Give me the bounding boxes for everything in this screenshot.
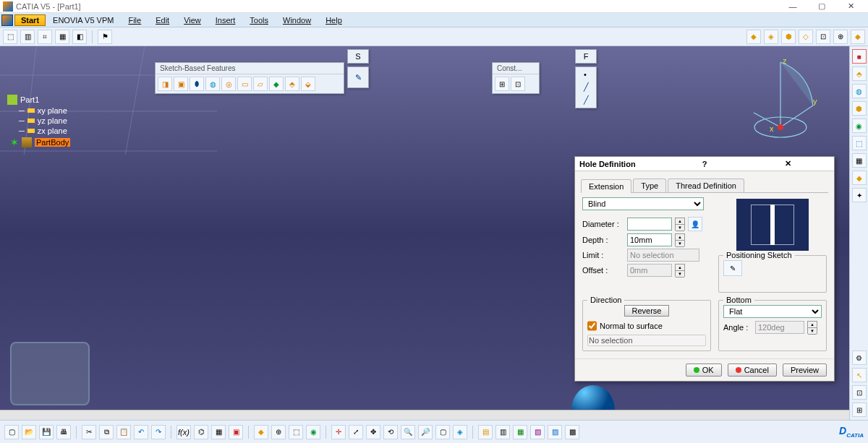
pocket-icon[interactable]: ▣ [174, 77, 188, 91]
gear-icon[interactable]: ⚙ [852, 350, 867, 365]
render-icon[interactable]: ▦ [513, 425, 527, 439]
normal-view-icon[interactable]: ▢ [435, 425, 450, 439]
3d-compass[interactable]: z y x [741, 55, 820, 142]
tree-plane[interactable]: ─ xy plane [7, 106, 70, 116]
cursor-icon[interactable]: ↖ [852, 368, 867, 382]
fx-icon[interactable]: f(x) [176, 425, 191, 439]
tool-icon[interactable]: ⬢ [852, 101, 867, 116]
solid-icon[interactable]: ⊕ [833, 30, 848, 44]
zoom-out-icon[interactable]: 🔎 [418, 425, 433, 439]
render-icon[interactable]: ▥ [495, 425, 510, 439]
tab-type[interactable]: Type [633, 179, 666, 192]
solid-icon[interactable]: ◈ [764, 30, 778, 44]
constraints-toolbar[interactable]: Const... ⊞ ⊡ [492, 62, 540, 94]
tool-icon[interactable]: ◉ [306, 425, 320, 439]
tool-icon[interactable]: ▦ [852, 153, 867, 168]
tool-icon[interactable]: ✦ [852, 188, 867, 202]
sketch-icon-button[interactable]: ✎ [347, 66, 369, 88]
print-icon[interactable]: 🖶 [56, 425, 71, 439]
minimize-button[interactable]: — [778, 2, 807, 11]
menu-tools[interactable]: Tools [242, 14, 276, 26]
slot-icon[interactable]: ▱ [253, 77, 268, 91]
pad-icon[interactable]: ◨ [158, 77, 172, 91]
iso-view-icon[interactable]: ◈ [453, 425, 467, 439]
undo-icon[interactable]: ↶ [134, 425, 148, 439]
shaft-icon[interactable]: ⬮ [190, 77, 204, 91]
rotate-icon[interactable]: ⟲ [383, 425, 398, 439]
spinner[interactable]: ▲▼ [675, 218, 685, 231]
tool-icon[interactable]: ⬚ [852, 136, 867, 150]
cut-icon[interactable]: ✂ [82, 425, 96, 439]
menu-insert[interactable]: Insert [208, 14, 243, 26]
close-button[interactable]: ✕ [836, 1, 865, 11]
menu-enovia[interactable]: ENOVIA V5 VPM [46, 14, 121, 26]
tree-root[interactable]: Part1 [7, 94, 70, 106]
start-menu[interactable]: Start [14, 14, 46, 26]
groove-icon[interactable]: ◍ [205, 77, 220, 91]
menu-edit[interactable]: Edit [148, 14, 176, 26]
toolbar-icon[interactable]: ⌗ [38, 30, 52, 44]
axis-icon[interactable]: ✛ [331, 425, 346, 439]
toolbar-icon[interactable]: ⬚ [3, 30, 17, 44]
tool-icon[interactable]: ◉ [852, 119, 867, 133]
tool-icon[interactable]: ▣ [229, 425, 243, 439]
bottom-select[interactable]: Flat [723, 305, 822, 318]
toolbar-icon[interactable]: ▦ [55, 30, 69, 44]
tool-icon[interactable]: ◍ [852, 84, 867, 98]
tool-icon[interactable]: ▦ [211, 425, 226, 439]
spinner[interactable]: ▲▼ [807, 321, 817, 334]
solid-combine-icon[interactable]: ⬘ [285, 77, 299, 91]
zoom-in-icon[interactable]: 🔍 [401, 425, 415, 439]
new-icon[interactable]: ▢ [4, 425, 19, 439]
maximize-button[interactable]: ▢ [807, 1, 836, 11]
hole-type-select[interactable]: Blind [582, 197, 704, 210]
redo-icon[interactable]: ↷ [151, 425, 166, 439]
pan-icon[interactable]: ✥ [366, 425, 380, 439]
paste-icon[interactable]: 📋 [116, 425, 131, 439]
ok-button[interactable]: OK [686, 364, 722, 377]
tool-icon[interactable]: ⊞ [852, 403, 867, 417]
solid-icon[interactable]: ⊡ [816, 30, 830, 44]
line-style-icon[interactable]: ╱ [584, 82, 589, 92]
horizontal-scrollbar[interactable] [0, 410, 849, 420]
toolbar-icon[interactable]: ◧ [72, 30, 87, 44]
line-style-palette[interactable]: • ╱ ╱ [575, 66, 597, 108]
preview-button[interactable]: Preview [783, 364, 827, 377]
save-icon[interactable]: 💾 [39, 425, 54, 439]
constraint-icon[interactable]: ⊡ [511, 77, 525, 91]
solid-icon[interactable]: ◆ [746, 30, 761, 44]
rib-icon[interactable]: ▭ [237, 77, 252, 91]
render-icon[interactable]: ▤ [478, 425, 493, 439]
copy-icon[interactable]: ⧉ [99, 425, 114, 439]
open-icon[interactable]: 📂 [22, 425, 36, 439]
constraint-icon[interactable]: ⊞ [495, 77, 509, 91]
render-icon[interactable]: ▨ [548, 425, 562, 439]
positioning-sketch-button[interactable]: ✎ [723, 260, 742, 276]
solid-icon[interactable]: ⬢ [781, 30, 796, 44]
point-style-icon[interactable]: • [584, 70, 588, 79]
menu-help[interactable]: Help [318, 14, 349, 26]
flag-icon[interactable]: ⚑ [98, 30, 112, 44]
tool-icon[interactable]: ■ [852, 49, 867, 64]
tool-icon[interactable]: ◆ [852, 171, 867, 185]
tool-icon[interactable]: ⌬ [194, 425, 208, 439]
solid-icon[interactable]: ◇ [799, 30, 813, 44]
toolbar-handle-f[interactable]: F [575, 49, 597, 64]
diameter-field[interactable] [627, 218, 672, 231]
dialog-titlebar[interactable]: Hole Definition ? ✕ [575, 157, 834, 171]
tool-icon[interactable]: ⊕ [271, 425, 286, 439]
close-button[interactable]: ✕ [746, 159, 830, 168]
render-icon[interactable]: ▩ [565, 425, 579, 439]
hole-icon[interactable]: ◎ [221, 77, 236, 91]
fit-icon[interactable]: ⤢ [349, 425, 363, 439]
sketch-features-toolbar[interactable]: Sketch-Based Features ◨ ▣ ⬮ ◍ ◎ ▭ ▱ ◆ ⬘ … [155, 62, 344, 94]
tab-thread[interactable]: Thread Definition [668, 179, 744, 192]
tab-extension[interactable]: Extension [581, 179, 631, 193]
normal-to-surface-checkbox[interactable] [587, 319, 597, 332]
multi-sections-icon[interactable]: ⬙ [301, 77, 315, 91]
tool-icon[interactable]: ◆ [254, 425, 268, 439]
menu-view[interactable]: View [176, 14, 208, 26]
tool-icon[interactable]: ⬘ [852, 66, 867, 81]
depth-field[interactable] [627, 233, 672, 246]
reverse-button[interactable]: Reverse [624, 305, 670, 317]
